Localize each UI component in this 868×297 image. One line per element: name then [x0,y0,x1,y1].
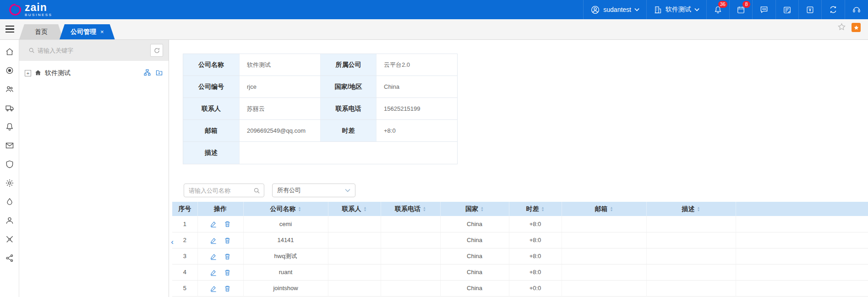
schedule-button[interactable] [775,0,798,19]
keyword-search-input[interactable] [25,44,146,57]
row-desc [646,232,736,248]
row-desc [646,216,736,232]
sort-icon[interactable]: ▲▼ [480,206,484,212]
row-email [562,264,646,280]
add-folder-icon[interactable] [155,69,163,78]
company-details-card: 公司名称 软件测试 所属公司 云平台2.0 公司编号 rjce 国家/地区 Ch… [183,54,458,164]
row-company: 14141 [243,232,328,248]
notifications-button[interactable]: 36 [706,0,729,19]
tree-node-actions [143,69,163,78]
logo-icon [8,3,22,16]
detail-label: 国家/地区 [320,76,377,97]
location-icon[interactable] [5,66,14,75]
org-menu[interactable]: 软件测试 [646,0,706,19]
row-company: ruant [243,264,328,280]
security-icon[interactable] [5,160,14,169]
col-country[interactable]: 国家▲▼ [440,202,509,216]
settings-icon[interactable] [5,178,14,188]
billing-button[interactable] [798,0,821,19]
sort-icon[interactable]: ▲▼ [298,206,301,212]
sort-icon[interactable]: ▲▼ [697,206,700,212]
refresh-button[interactable] [150,44,163,57]
tools-icon[interactable] [5,235,14,244]
col-company-name[interactable]: 公司名称▲▼ [243,202,328,216]
col-phone[interactable]: 联系电话▲▼ [381,202,440,216]
support-button[interactable] [845,0,868,19]
tab-home[interactable]: 首页 [19,24,63,39]
tree-node-label: 软件测试 [45,69,71,77]
close-tab-icon[interactable]: × [100,28,104,35]
row-desc [646,264,736,280]
tree-node-company[interactable]: + 软件测试 [25,66,163,80]
favorites-icon[interactable] [852,23,861,32]
delete-icon[interactable] [224,221,231,227]
details-row: 邮箱 2096692549@qq.com 时差 +8:0 [183,120,457,142]
theme-icon[interactable] [5,197,14,206]
row-filler [736,280,868,296]
tree-area: + 软件测试 [19,61,169,297]
menu-toggle-button[interactable] [0,19,19,39]
company-filter-select[interactable]: 所有公司 [272,184,355,197]
delete-icon[interactable] [224,237,231,244]
detail-label: 联系人 [183,98,240,119]
chevron-down-icon [634,8,639,11]
user-name-label: sudantest [603,6,631,13]
collapse-panel-button[interactable]: ‹ [169,236,175,248]
row-contact [328,216,381,232]
sort-icon[interactable]: ▲▼ [610,206,613,212]
delete-icon[interactable] [224,269,231,276]
user-icon[interactable] [5,216,14,225]
org-chart-icon[interactable] [143,69,151,78]
contacts-icon[interactable] [5,85,14,94]
selected-option-label: 所有公司 [277,186,301,194]
company-search-input[interactable] [184,184,264,197]
detail-label: 公司名称 [183,54,240,76]
sort-icon[interactable]: ▲▼ [541,206,545,212]
calendar-button[interactable]: 8 [729,0,752,19]
col-desc[interactable]: 描述▲▼ [646,202,736,216]
row-country: China [440,248,509,264]
table-row: 3hwq测试China+8:0 [172,248,868,264]
user-menu[interactable]: sudantest [583,0,646,19]
edit-icon[interactable] [210,269,217,276]
edit-icon[interactable] [210,253,217,260]
row-phone [381,248,440,264]
sort-icon[interactable]: ▲▼ [364,206,367,212]
exchange-button[interactable] [821,0,845,19]
row-phone [381,232,440,248]
delete-icon[interactable] [224,253,231,260]
mail-icon[interactable] [5,141,14,150]
company-search [184,184,264,197]
messages-button[interactable] [752,0,775,19]
star-icon[interactable] [837,22,846,32]
table-row: 1cemiChina+8:0 [172,216,868,232]
row-actions [197,280,243,296]
tree-search-row [19,40,169,61]
notification-icon[interactable] [5,122,14,131]
edit-icon[interactable] [210,237,217,244]
logistics-icon[interactable] [5,103,14,113]
col-actions: 操作 [197,202,243,216]
home-icon[interactable] [5,47,14,56]
search-icon[interactable] [253,187,260,194]
integration-icon[interactable] [5,254,14,263]
col-contact[interactable]: 联系人▲▼ [328,202,381,216]
delete-icon[interactable] [224,285,231,292]
row-timezone: +8:0 [509,216,562,232]
row-country: China [440,280,509,296]
sort-icon[interactable]: ▲▼ [423,206,426,212]
row-actions [197,216,243,232]
details-row: 公司名称 软件测试 所属公司 云平台2.0 [183,54,457,76]
detail-label: 描述 [183,142,240,164]
payment-box-icon [806,5,814,14]
expand-icon[interactable]: + [25,70,31,76]
sidebar-icon-rail [0,40,19,297]
detail-label: 公司编号 [183,76,240,97]
col-email[interactable]: 邮箱▲▼ [562,202,646,216]
table-row: 5jointshowChina+0:0 [172,280,868,296]
row-filler [736,248,868,264]
col-timezone[interactable]: 时差▲▼ [509,202,562,216]
edit-icon[interactable] [210,285,217,292]
edit-icon[interactable] [210,221,217,227]
tab-company-management[interactable]: 公司管理 × [60,24,115,39]
